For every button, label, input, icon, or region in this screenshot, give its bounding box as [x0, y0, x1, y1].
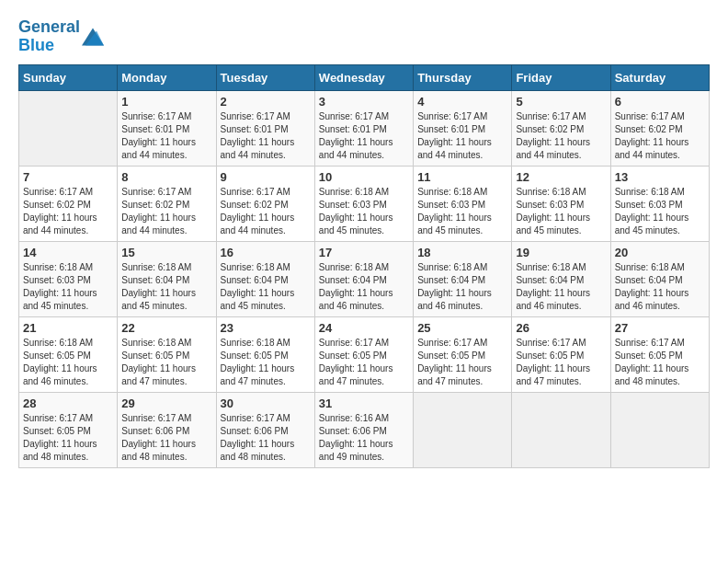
day-number: 13: [615, 170, 705, 184]
day-cell: 6Sunrise: 6:17 AMSunset: 6:02 PMDaylight…: [610, 90, 709, 166]
day-detail: Sunrise: 6:17 AMSunset: 6:02 PMDaylight:…: [615, 110, 705, 162]
day-cell: [610, 392, 709, 467]
day-detail: Sunrise: 6:17 AMSunset: 6:05 PMDaylight:…: [319, 337, 409, 388]
week-row-1: 7Sunrise: 6:17 AMSunset: 6:02 PMDaylight…: [19, 166, 710, 241]
day-detail: Sunrise: 6:18 AMSunset: 6:04 PMDaylight:…: [516, 261, 606, 313]
day-cell: 15Sunrise: 6:18 AMSunset: 6:04 PMDayligh…: [118, 241, 216, 316]
day-cell: 2Sunrise: 6:17 AMSunset: 6:01 PMDaylight…: [216, 90, 314, 166]
week-row-4: 28Sunrise: 6:17 AMSunset: 6:05 PMDayligh…: [19, 392, 710, 467]
day-detail: Sunrise: 6:17 AMSunset: 6:05 PMDaylight:…: [417, 337, 507, 388]
day-number: 20: [615, 246, 705, 259]
day-detail: Sunrise: 6:18 AMSunset: 6:04 PMDaylight:…: [121, 261, 211, 313]
day-cell: 28Sunrise: 6:17 AMSunset: 6:05 PMDayligh…: [19, 392, 118, 467]
day-cell: 4Sunrise: 6:17 AMSunset: 6:01 PMDaylight…: [414, 90, 512, 166]
day-cell: 20Sunrise: 6:18 AMSunset: 6:04 PMDayligh…: [610, 241, 709, 316]
day-detail: Sunrise: 6:17 AMSunset: 6:02 PMDaylight:…: [516, 110, 606, 162]
day-number: 16: [221, 246, 311, 259]
day-detail: Sunrise: 6:18 AMSunset: 6:04 PMDaylight:…: [319, 261, 409, 313]
day-detail: Sunrise: 6:17 AMSunset: 6:05 PMDaylight:…: [23, 412, 113, 464]
header-cell-thursday: Thursday: [414, 64, 512, 90]
header-cell-tuesday: Tuesday: [216, 64, 314, 90]
day-detail: Sunrise: 6:16 AMSunset: 6:06 PMDaylight:…: [319, 412, 409, 464]
day-number: 27: [615, 321, 705, 335]
day-number: 3: [319, 95, 409, 109]
day-cell: 30Sunrise: 6:17 AMSunset: 6:06 PMDayligh…: [216, 392, 314, 467]
day-cell: 12Sunrise: 6:18 AMSunset: 6:03 PMDayligh…: [512, 166, 610, 241]
day-detail: Sunrise: 6:18 AMSunset: 6:05 PMDaylight:…: [221, 337, 311, 388]
day-number: 21: [23, 321, 113, 335]
calendar-header: SundayMondayTuesdayWednesdayThursdayFrid…: [19, 64, 710, 90]
day-cell: 23Sunrise: 6:18 AMSunset: 6:05 PMDayligh…: [216, 316, 314, 392]
day-detail: Sunrise: 6:18 AMSunset: 6:04 PMDaylight:…: [615, 261, 705, 313]
day-detail: Sunrise: 6:18 AMSunset: 6:04 PMDaylight:…: [417, 261, 507, 313]
header-cell-friday: Friday: [512, 64, 610, 90]
day-detail: Sunrise: 6:18 AMSunset: 6:05 PMDaylight:…: [23, 337, 113, 388]
day-number: 14: [23, 246, 113, 259]
day-detail: Sunrise: 6:18 AMSunset: 6:03 PMDaylight:…: [516, 186, 606, 237]
day-detail: Sunrise: 6:17 AMSunset: 6:02 PMDaylight:…: [221, 186, 311, 237]
day-cell: 14Sunrise: 6:18 AMSunset: 6:03 PMDayligh…: [19, 241, 118, 316]
day-detail: Sunrise: 6:17 AMSunset: 6:06 PMDaylight:…: [121, 412, 211, 464]
day-number: 4: [417, 95, 507, 109]
calendar-table: SundayMondayTuesdayWednesdayThursdayFrid…: [18, 64, 710, 468]
day-detail: Sunrise: 6:18 AMSunset: 6:03 PMDaylight:…: [417, 186, 507, 237]
day-cell: 1Sunrise: 6:17 AMSunset: 6:01 PMDaylight…: [118, 90, 216, 166]
day-detail: Sunrise: 6:17 AMSunset: 6:01 PMDaylight:…: [221, 110, 311, 162]
day-number: 15: [121, 246, 211, 259]
day-number: 23: [221, 321, 311, 335]
day-cell: 26Sunrise: 6:17 AMSunset: 6:05 PMDayligh…: [512, 316, 610, 392]
day-detail: Sunrise: 6:17 AMSunset: 6:06 PMDaylight:…: [221, 412, 311, 464]
logo: General Blue: [18, 18, 104, 55]
day-number: 29: [121, 396, 211, 410]
day-cell: 24Sunrise: 6:17 AMSunset: 6:05 PMDayligh…: [314, 316, 413, 392]
week-row-0: 1Sunrise: 6:17 AMSunset: 6:01 PMDaylight…: [19, 90, 710, 166]
day-number: 18: [417, 246, 507, 259]
day-cell: 21Sunrise: 6:18 AMSunset: 6:05 PMDayligh…: [19, 316, 118, 392]
day-cell: 5Sunrise: 6:17 AMSunset: 6:02 PMDaylight…: [512, 90, 610, 166]
day-number: 19: [516, 246, 606, 259]
day-cell: 19Sunrise: 6:18 AMSunset: 6:04 PMDayligh…: [512, 241, 610, 316]
day-cell: [19, 90, 118, 166]
day-cell: 13Sunrise: 6:18 AMSunset: 6:03 PMDayligh…: [610, 166, 709, 241]
logo-text: General Blue: [18, 18, 80, 55]
day-cell: 31Sunrise: 6:16 AMSunset: 6:06 PMDayligh…: [314, 392, 413, 467]
calendar-body: 1Sunrise: 6:17 AMSunset: 6:01 PMDaylight…: [19, 90, 710, 467]
day-number: 7: [23, 170, 113, 184]
day-detail: Sunrise: 6:18 AMSunset: 6:03 PMDaylight:…: [615, 186, 705, 237]
day-number: 10: [319, 170, 409, 184]
day-cell: 17Sunrise: 6:18 AMSunset: 6:04 PMDayligh…: [314, 241, 413, 316]
day-cell: 16Sunrise: 6:18 AMSunset: 6:04 PMDayligh…: [216, 241, 314, 316]
day-detail: Sunrise: 6:17 AMSunset: 6:05 PMDaylight:…: [615, 337, 705, 388]
day-number: 2: [221, 95, 311, 109]
day-detail: Sunrise: 6:17 AMSunset: 6:01 PMDaylight:…: [121, 110, 211, 162]
week-row-2: 14Sunrise: 6:18 AMSunset: 6:03 PMDayligh…: [19, 241, 710, 316]
day-detail: Sunrise: 6:17 AMSunset: 6:05 PMDaylight:…: [516, 337, 606, 388]
day-cell: 18Sunrise: 6:18 AMSunset: 6:04 PMDayligh…: [414, 241, 512, 316]
day-number: 6: [615, 95, 705, 109]
day-number: 11: [417, 170, 507, 184]
day-number: 31: [319, 396, 409, 410]
day-number: 24: [319, 321, 409, 335]
day-detail: Sunrise: 6:18 AMSunset: 6:03 PMDaylight:…: [319, 186, 409, 237]
day-detail: Sunrise: 6:17 AMSunset: 6:02 PMDaylight:…: [121, 186, 211, 237]
day-cell: 7Sunrise: 6:17 AMSunset: 6:02 PMDaylight…: [19, 166, 118, 241]
day-cell: [414, 392, 512, 467]
day-number: 17: [319, 246, 409, 259]
day-detail: Sunrise: 6:18 AMSunset: 6:03 PMDaylight:…: [23, 261, 113, 313]
day-cell: [512, 392, 610, 467]
header-row: SundayMondayTuesdayWednesdayThursdayFrid…: [19, 64, 710, 90]
day-cell: 22Sunrise: 6:18 AMSunset: 6:05 PMDayligh…: [118, 316, 216, 392]
day-number: 30: [221, 396, 311, 410]
day-number: 9: [221, 170, 311, 184]
day-number: 8: [121, 170, 211, 184]
day-number: 5: [516, 95, 606, 109]
day-number: 26: [516, 321, 606, 335]
day-number: 22: [121, 321, 211, 335]
day-cell: 11Sunrise: 6:18 AMSunset: 6:03 PMDayligh…: [414, 166, 512, 241]
day-cell: 3Sunrise: 6:17 AMSunset: 6:01 PMDaylight…: [314, 90, 413, 166]
day-detail: Sunrise: 6:18 AMSunset: 6:04 PMDaylight:…: [221, 261, 311, 313]
header-cell-monday: Monday: [118, 64, 216, 90]
day-cell: 27Sunrise: 6:17 AMSunset: 6:05 PMDayligh…: [610, 316, 709, 392]
page-header: General Blue: [18, 18, 710, 55]
header-cell-wednesday: Wednesday: [314, 64, 413, 90]
